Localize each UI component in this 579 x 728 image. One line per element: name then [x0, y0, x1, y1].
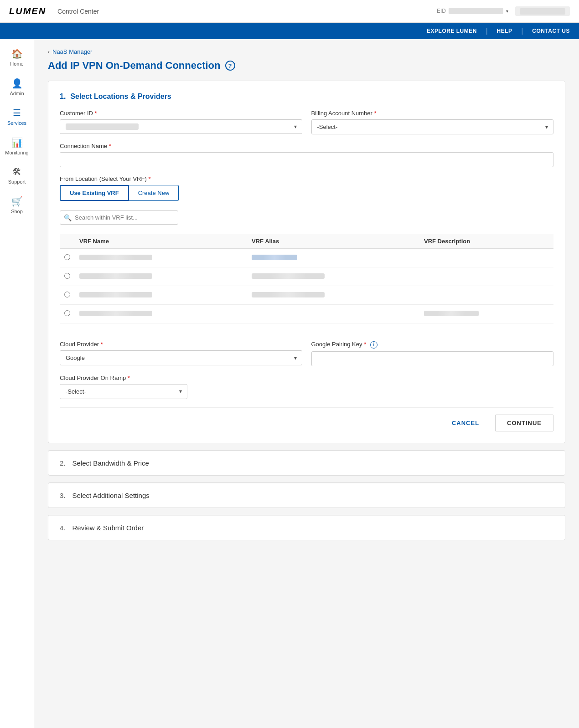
- step1-header: 1. Select Locations & Providers: [60, 92, 553, 101]
- sidebar-label-services: Services: [7, 120, 26, 126]
- blue-nav: EXPLORE LUMEN | HELP | CONTACT US: [0, 23, 579, 39]
- eid-value: [449, 8, 503, 14]
- create-new-vrf-button[interactable]: Create New: [129, 185, 179, 201]
- eid-box: EID ▾: [437, 8, 508, 14]
- home-icon: 🏠: [11, 48, 23, 59]
- cloud-on-ramp-label: Cloud Provider On Ramp *: [60, 374, 187, 381]
- user-value: [515, 6, 570, 16]
- eid-dropdown-icon[interactable]: ▾: [506, 9, 508, 14]
- vrf-name-2: [79, 273, 152, 279]
- step4-title: Review & Submit Order: [72, 524, 144, 532]
- vrf-radio-1[interactable]: [64, 254, 70, 260]
- layout: 🏠 Home 👤 Admin ☰ Services 📊 Monitoring 🛠…: [0, 39, 579, 728]
- admin-icon: 👤: [11, 78, 23, 89]
- connection-name-row: Connection Name *: [60, 143, 553, 167]
- sidebar-item-services[interactable]: ☰ Services: [0, 103, 34, 130]
- from-location-label: From Location (Select Your VRF) *: [60, 175, 553, 182]
- sidebar-label-monitoring: Monitoring: [5, 150, 28, 155]
- step4-collapsed: 4. Review & Submit Order: [48, 515, 565, 540]
- connection-name-input[interactable]: [60, 152, 553, 167]
- vrf-name-3: [79, 292, 152, 297]
- user-blurred: [520, 8, 565, 15]
- table-row: [60, 249, 553, 267]
- page-title: Add IP VPN On-Demand Connection: [48, 60, 221, 72]
- main-content: ‹ NaaS Manager Add IP VPN On-Demand Conn…: [34, 39, 579, 728]
- vrf-alias-2: [252, 273, 325, 279]
- sidebar-label-shop: Shop: [11, 209, 23, 214]
- customer-id-blurred: [66, 123, 139, 130]
- cloud-provider-row: Cloud Provider * Google AWS Azure ▾: [60, 341, 553, 366]
- nav-contact[interactable]: CONTACT US: [532, 28, 570, 34]
- customer-billing-row: Customer ID * ▾ Billing Account Number *: [60, 110, 553, 134]
- support-icon: 🛠: [12, 167, 21, 177]
- google-pairing-key-required: *: [364, 341, 366, 348]
- step3-collapsed: 3. Select Additional Settings: [48, 483, 565, 508]
- eid-label: EID: [437, 8, 446, 14]
- step1-title: Select Locations & Providers: [70, 92, 171, 101]
- google-pairing-key-group: Google Pairing Key * i: [311, 341, 554, 366]
- use-existing-vrf-button[interactable]: Use Existing VRF: [60, 185, 129, 201]
- top-right: EID ▾: [437, 6, 570, 16]
- vrf-col-radio: [60, 234, 75, 249]
- vrf-col-alias: VRF Alias: [247, 234, 419, 249]
- nav-explore[interactable]: EXPLORE LUMEN: [427, 28, 477, 34]
- help-icon[interactable]: ?: [225, 61, 235, 71]
- services-icon: ☰: [13, 108, 21, 118]
- google-pairing-key-label: Google Pairing Key * i: [311, 341, 554, 349]
- google-pairing-key-info-icon[interactable]: i: [370, 341, 377, 349]
- continue-button[interactable]: CONTINUE: [495, 415, 553, 431]
- breadcrumb-parent-link[interactable]: NaaS Manager: [52, 48, 92, 55]
- cloud-on-ramp-select-wrapper: -Select- ▾: [60, 384, 187, 399]
- vrf-toggle: Use Existing VRF Create New: [60, 185, 553, 201]
- sidebar-item-home[interactable]: 🏠 Home: [0, 44, 34, 71]
- billing-account-select-wrapper[interactable]: -Select- ▾: [311, 119, 554, 134]
- cloud-provider-label: Cloud Provider *: [60, 341, 302, 348]
- sidebar-label-support: Support: [8, 179, 26, 185]
- vrf-search-box: 🔍: [60, 210, 178, 225]
- page-title-row: Add IP VPN On-Demand Connection ?: [48, 60, 565, 72]
- connection-name-required: *: [109, 143, 111, 149]
- customer-id-group: Customer ID * ▾: [60, 110, 302, 134]
- cloud-provider-select[interactable]: Google AWS Azure: [60, 350, 302, 365]
- from-location-row: From Location (Select Your VRF) * Use Ex…: [60, 175, 553, 333]
- sidebar-item-monitoring[interactable]: 📊 Monitoring: [0, 133, 34, 160]
- sidebar-item-admin[interactable]: 👤 Admin: [0, 73, 34, 101]
- lumen-logo: LUMEN: [9, 6, 46, 16]
- cloud-provider-group: Cloud Provider * Google AWS Azure ▾: [60, 341, 302, 366]
- sidebar: 🏠 Home 👤 Admin ☰ Services 📊 Monitoring 🛠…: [0, 39, 34, 728]
- billing-account-label: Billing Account Number *: [311, 110, 554, 117]
- vrf-table: VRF Name VRF Alias VRF Description: [60, 234, 553, 323]
- action-buttons: CANCEL CONTINUE: [60, 407, 553, 431]
- billing-account-select[interactable]: -Select-: [311, 119, 554, 134]
- step1-number: 1.: [60, 92, 66, 101]
- nav-divider-2: |: [522, 27, 523, 35]
- cancel-button[interactable]: CANCEL: [443, 415, 488, 431]
- search-icon: 🔍: [64, 214, 72, 221]
- vrf-radio-2[interactable]: [64, 273, 70, 279]
- table-row: [60, 286, 553, 305]
- step4-card: 4. Review & Submit Order: [48, 515, 565, 540]
- step4-number: 4.: [60, 524, 66, 532]
- cloud-provider-required: *: [101, 341, 103, 348]
- sidebar-item-support[interactable]: 🛠 Support: [0, 162, 34, 189]
- vrf-radio-3[interactable]: [64, 292, 70, 297]
- connection-name-label: Connection Name *: [60, 143, 553, 149]
- cloud-on-ramp-required: *: [128, 374, 130, 381]
- step3-title: Select Additional Settings: [72, 492, 150, 499]
- vrf-search-input[interactable]: [60, 210, 178, 225]
- shop-icon: 🛒: [11, 196, 23, 207]
- monitoring-icon: 📊: [11, 137, 23, 148]
- nav-help[interactable]: HELP: [497, 28, 512, 34]
- cloud-on-ramp-select[interactable]: -Select-: [60, 384, 187, 399]
- customer-id-required: *: [95, 110, 97, 117]
- breadcrumb: ‹ NaaS Manager: [48, 48, 565, 55]
- step3-card: 3. Select Additional Settings: [48, 482, 565, 508]
- sidebar-item-shop[interactable]: 🛒 Shop: [0, 191, 34, 219]
- vrf-radio-4[interactable]: [64, 310, 70, 316]
- sidebar-label-home: Home: [10, 61, 23, 67]
- cloud-provider-select-wrapper: Google AWS Azure ▾: [60, 350, 302, 365]
- google-pairing-key-input[interactable]: [311, 351, 554, 366]
- vrf-col-desc: VRF Description: [419, 234, 553, 249]
- vrf-col-name: VRF Name: [75, 234, 247, 249]
- step3-number: 3.: [60, 492, 66, 499]
